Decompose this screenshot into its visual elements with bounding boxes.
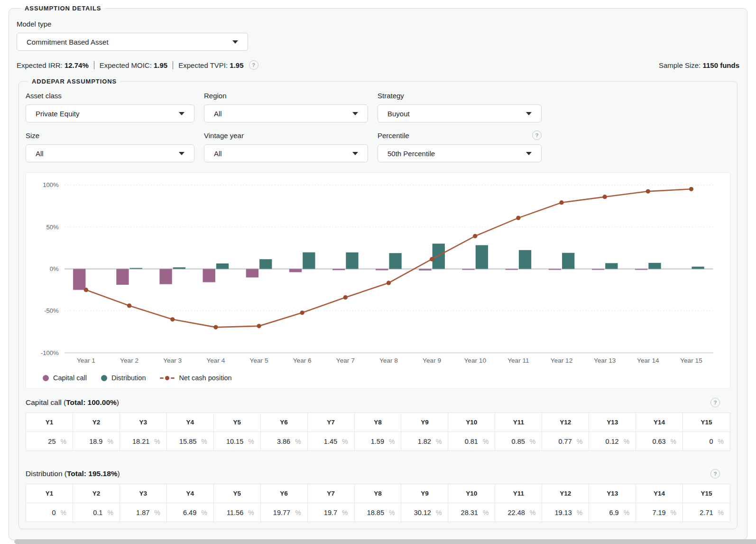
value-cell: 25% <box>26 432 73 450</box>
year-header-cell: Y11 <box>495 484 542 503</box>
addepar-assumptions-legend: ADDEPAR ASSUMPTIONS <box>28 78 120 85</box>
assumption-details-panel: ASSUMPTION DETAILS Model type Commitment… <box>9 5 747 540</box>
value-cell: 1.87% <box>120 503 167 522</box>
distribution-section-head: Distribution (Total: 195.18%) ? <box>26 469 730 478</box>
help-icon[interactable]: ? <box>710 398 720 407</box>
year-header-cell: Y4 <box>167 484 214 503</box>
strategy-select[interactable]: Buyout <box>378 104 542 122</box>
year-header-cell: Y10 <box>448 413 495 431</box>
legend-distribution: Distribution <box>101 374 146 382</box>
year-header-cell: Y11 <box>495 413 542 431</box>
value-cell: 0% <box>683 432 730 450</box>
value-cell: 22.48% <box>495 503 542 522</box>
year-header-cell: Y9 <box>401 484 448 503</box>
cash-flow-chart-panel: 100%50%0%-50%-100%Year 1Year 2Year 3Year… <box>26 172 730 389</box>
distribution-swatch <box>101 375 107 381</box>
year-header-cell: Y13 <box>589 413 636 431</box>
svg-text:Year 6: Year 6 <box>293 357 312 364</box>
help-icon[interactable]: ? <box>710 469 720 478</box>
svg-text:Year 13: Year 13 <box>594 357 616 364</box>
chevron-down-icon <box>179 152 184 155</box>
value-cell: 18.9% <box>73 432 120 450</box>
svg-text:Year 14: Year 14 <box>637 357 659 364</box>
asset-class-select[interactable]: Private Equity <box>26 104 194 122</box>
size-select[interactable]: All <box>26 144 194 162</box>
value-cell: 10.15% <box>214 432 261 450</box>
distribution-table: Y1Y2Y3Y4Y5Y6Y7Y8Y9Y10Y11Y12Y13Y14Y150%0.… <box>26 484 730 522</box>
chevron-down-icon <box>526 112 532 115</box>
capital-call-section-head: Capital call (Total: 100.00%) ? <box>26 398 730 407</box>
divider <box>173 61 173 69</box>
cash-flow-chart: 100%50%0%-50%-100%Year 1Year 2Year 3Year… <box>26 173 730 367</box>
year-header-cell: Y12 <box>542 413 589 431</box>
divider <box>94 61 94 69</box>
svg-text:50%: 50% <box>46 224 59 231</box>
chevron-down-icon <box>232 40 238 44</box>
value-cell: 0% <box>26 503 73 522</box>
year-header-cell: Y5 <box>214 484 261 503</box>
svg-text:Year 4: Year 4 <box>206 357 225 364</box>
chevron-down-icon <box>179 112 184 115</box>
value-cell: 19.13% <box>542 503 589 522</box>
help-icon[interactable]: ? <box>532 131 542 140</box>
year-header-cell: Y7 <box>308 413 355 431</box>
legend-net-cash-position: Net cash position <box>160 374 231 382</box>
svg-text:Year 8: Year 8 <box>379 357 398 364</box>
year-header-cell: Y3 <box>120 484 167 503</box>
year-header-cell: Y4 <box>167 413 214 431</box>
value-cell: 0.81% <box>448 432 495 450</box>
year-header-cell: Y14 <box>636 484 683 503</box>
value-cell: 15.85% <box>167 432 214 450</box>
year-header-cell: Y1 <box>26 413 73 431</box>
value-cell: 19.7% <box>308 503 355 522</box>
year-header-cell: Y5 <box>214 413 261 431</box>
net-cash-line-icon <box>160 376 175 380</box>
value-cell: 3.86% <box>261 432 308 450</box>
value-cell: 0.63% <box>636 432 683 450</box>
region-select[interactable]: All <box>204 104 368 122</box>
value-cell: 6.9% <box>589 503 636 522</box>
distribution-title: Distribution (Total: 195.18%) <box>26 469 120 478</box>
expected-tvpi: Expected TVPI: 1.95 <box>178 61 243 69</box>
year-header-cell: Y2 <box>73 484 120 503</box>
year-header-cell: Y1 <box>26 484 73 503</box>
svg-text:Year 2: Year 2 <box>120 357 138 364</box>
value-cell: 0.1% <box>73 503 120 522</box>
percentile-select[interactable]: 50th Percentile <box>378 144 542 162</box>
asset-class-label: Asset class <box>26 92 62 100</box>
svg-text:0%: 0% <box>50 265 59 272</box>
value-cell: 0.12% <box>589 432 636 450</box>
svg-text:Year 5: Year 5 <box>250 357 268 364</box>
year-header-cell: Y6 <box>261 484 308 503</box>
assumption-details-legend: ASSUMPTION DETAILS <box>21 5 105 12</box>
value-cell: 28.31% <box>448 503 495 522</box>
addepar-assumptions-panel: ADDEPAR ASSUMPTIONS Asset class Private … <box>18 78 738 529</box>
svg-text:Year 12: Year 12 <box>551 357 573 364</box>
help-icon[interactable]: ? <box>249 60 258 70</box>
horizontal-scrollbar[interactable] <box>14 539 756 544</box>
chevron-down-icon <box>352 152 358 155</box>
svg-text:Year 11: Year 11 <box>507 357 529 364</box>
year-header-cell: Y12 <box>542 484 589 503</box>
year-header-cell: Y15 <box>683 484 730 503</box>
expected-irr: Expected IRR: 12.74% <box>17 61 89 69</box>
value-cell: 2.71% <box>683 503 730 522</box>
expected-moic: Expected MOIC: 1.95 <box>100 61 167 69</box>
strategy-label: Strategy <box>378 92 404 100</box>
svg-text:Year 1: Year 1 <box>77 357 95 364</box>
year-header-cell: Y10 <box>448 484 495 503</box>
model-type-label: Model type <box>17 20 739 28</box>
size-label: Size <box>26 131 39 140</box>
svg-text:Year 15: Year 15 <box>680 357 702 364</box>
year-header-cell: Y3 <box>120 413 167 431</box>
value-cell: 18.85% <box>355 503 402 522</box>
svg-text:Year 3: Year 3 <box>163 357 182 364</box>
svg-text:100%: 100% <box>43 181 59 188</box>
vintage-year-label: Vintage year <box>204 131 244 140</box>
year-header-cell: Y15 <box>683 413 730 431</box>
expected-stats-row: Expected IRR: 12.74% Expected MOIC: 1.95… <box>17 60 739 70</box>
value-cell: 0.85% <box>495 432 542 450</box>
vintage-year-select[interactable]: All <box>204 144 368 162</box>
model-type-select[interactable]: Commitment Based Asset <box>17 33 248 51</box>
legend-capital-call: Capital call <box>43 374 87 382</box>
